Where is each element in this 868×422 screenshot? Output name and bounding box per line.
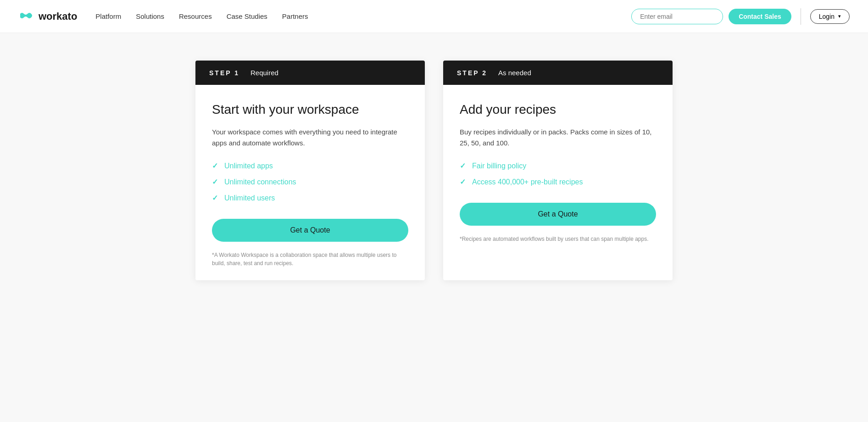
nav-resources[interactable]: Resources xyxy=(179,12,212,20)
workato-logo-icon xyxy=(18,11,35,22)
feature-item: ✓ Unlimited users xyxy=(212,194,408,202)
card-workspace-title: Start with your workspace xyxy=(212,101,408,117)
card-workspace: STEP 1 Required Start with your workspac… xyxy=(195,61,425,280)
feature-item: ✓ Unlimited apps xyxy=(212,161,408,170)
step1-label: STEP 1 xyxy=(209,69,239,77)
feature-text: Unlimited users xyxy=(224,194,275,202)
get-quote-button-recipes[interactable]: Get a Quote xyxy=(460,203,656,226)
login-label: Login xyxy=(819,13,835,20)
recipes-features: ✓ Fair billing policy ✓ Access 400,000+ … xyxy=(460,161,656,186)
login-button[interactable]: Login ▾ xyxy=(810,9,850,24)
card-recipes-header: STEP 2 As needed xyxy=(443,61,673,85)
card-workspace-header: STEP 1 Required xyxy=(195,61,425,85)
chevron-down-icon: ▾ xyxy=(838,13,841,19)
check-icon: ✓ xyxy=(460,161,466,170)
nav-case-studies[interactable]: Case Studies xyxy=(227,12,267,20)
email-input[interactable] xyxy=(631,9,723,24)
card-workspace-desc: Your workspace comes with everything you… xyxy=(212,127,408,149)
card-recipes: STEP 2 As needed Add your recipes Buy re… xyxy=(443,61,673,280)
step2-label: STEP 2 xyxy=(457,69,487,77)
step2-subtitle: As needed xyxy=(498,69,531,77)
step1-subtitle: Required xyxy=(250,69,278,77)
nav-links: Platform Solutions Resources Case Studie… xyxy=(95,12,631,20)
card-recipes-title: Add your recipes xyxy=(460,101,656,117)
check-icon: ✓ xyxy=(212,194,218,202)
navbar: workato Platform Solutions Resources Cas… xyxy=(0,0,868,33)
card-workspace-footnote: *A Workato Workspace is a collaboration … xyxy=(212,251,408,267)
card-recipes-footnote: *Recipes are automated workflows built b… xyxy=(460,235,656,243)
logo-text: workato xyxy=(39,11,77,22)
card-recipes-body: Add your recipes Buy recipes individuall… xyxy=(443,85,673,256)
feature-item: ✓ Unlimited connections xyxy=(212,178,408,186)
nav-partners[interactable]: Partners xyxy=(282,12,308,20)
nav-platform[interactable]: Platform xyxy=(95,12,121,20)
feature-text: Fair billing policy xyxy=(472,162,526,170)
nav-right: Contact Sales Login ▾ xyxy=(631,8,850,25)
feature-text: Access 400,000+ pre-built recipes xyxy=(472,178,583,186)
feature-item: ✓ Access 400,000+ pre-built recipes xyxy=(460,178,656,186)
check-icon: ✓ xyxy=(212,161,218,170)
main-content: STEP 1 Required Start with your workspac… xyxy=(0,33,868,308)
contact-sales-button[interactable]: Contact Sales xyxy=(729,9,791,24)
nav-divider xyxy=(801,8,801,25)
workspace-features: ✓ Unlimited apps ✓ Unlimited connections… xyxy=(212,161,408,202)
nav-solutions[interactable]: Solutions xyxy=(136,12,164,20)
feature-text: Unlimited connections xyxy=(224,178,296,186)
feature-text: Unlimited apps xyxy=(224,162,273,170)
logo[interactable]: workato xyxy=(18,11,77,22)
card-recipes-desc: Buy recipes individually or in packs. Pa… xyxy=(460,127,656,149)
check-icon: ✓ xyxy=(460,178,466,186)
get-quote-button-workspace[interactable]: Get a Quote xyxy=(212,219,408,242)
feature-item: ✓ Fair billing policy xyxy=(460,161,656,170)
check-icon: ✓ xyxy=(212,178,218,186)
card-workspace-body: Start with your workspace Your workspace… xyxy=(195,85,425,280)
